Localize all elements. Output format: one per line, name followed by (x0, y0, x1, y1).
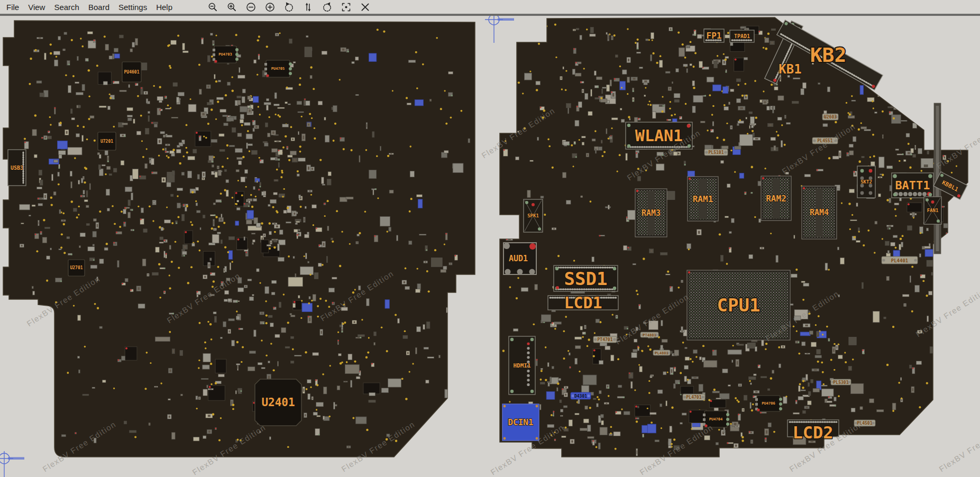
pl5101-strip[interactable]: PL5101 (704, 149, 728, 155)
designator-label: PL5301 (834, 380, 849, 385)
designator-label: LCD2 (792, 423, 833, 443)
designator-label: D4301 (574, 394, 587, 399)
designator-label: DCIN1 (508, 417, 533, 427)
menu-item-help[interactable]: Help (156, 3, 172, 12)
plus-circle-icon[interactable] (264, 2, 276, 13)
pt4701-strip[interactable]: PT4701 (593, 336, 617, 343)
menu-item-search[interactable]: Search (54, 3, 79, 12)
designator-label: PL4801 (655, 351, 668, 355)
designator-label: U2401 (261, 396, 295, 409)
designator-label: RAM1 (693, 194, 713, 204)
zoom-in-icon[interactable] (226, 2, 237, 13)
designator-label: LCD1 (564, 293, 602, 312)
designator-label: PU4705 (271, 67, 285, 71)
designator-label: FP1 (707, 31, 722, 41)
designator-label: PL5101 (709, 150, 724, 155)
designator-label: U7201 (100, 139, 113, 144)
flip-vertical-icon[interactable] (303, 2, 314, 13)
designator-label: PT4801 (643, 333, 656, 337)
designator-label: U2603 (824, 115, 837, 120)
designator-label: BATT1 (895, 179, 930, 192)
pt4801-strip[interactable]: PT4801 (640, 332, 658, 337)
board-view-canvas[interactable]: KBBL1PL4401PL5101PL4551U2603PT4701PT4801… (0, 16, 980, 477)
u2603-strip[interactable]: U2603 (822, 114, 838, 120)
pl4801-strip[interactable]: PL4801 (653, 350, 670, 355)
designator-label: FAN1 (927, 208, 939, 213)
designator-label: KB1 (778, 62, 801, 77)
designator-label: U2701 (70, 265, 83, 270)
designator-label: PU4704 (709, 417, 722, 421)
menu-item-board[interactable]: Board (88, 3, 109, 12)
designator-label: RAM3 (642, 208, 661, 218)
d4301-strip[interactable]: D4301 (571, 392, 591, 399)
designator-label: AUD1 (509, 254, 528, 263)
pl5301-strip[interactable]: PL5301 (831, 379, 851, 385)
designator-label: USB3 (11, 165, 23, 171)
menu-item-settings[interactable]: Settings (118, 3, 147, 12)
designator-label: SPK1 (527, 213, 539, 218)
designator-label: HDMI1 (513, 362, 530, 369)
close-icon[interactable] (360, 2, 371, 13)
designator-label: PL4401 (891, 258, 909, 263)
designator-label: RAM2 (766, 194, 786, 204)
designator-label: PU4601 (124, 70, 140, 75)
designator-label: SKT2 (860, 179, 872, 185)
designator-label: SSD1 (564, 268, 608, 289)
pl4701-strip[interactable]: PL4701 (683, 394, 705, 400)
designator-label: PU4706 (762, 401, 775, 406)
rotate-cw-icon[interactable] (322, 2, 333, 13)
designator-label: TPAD1 (734, 33, 750, 39)
center-focus-icon[interactable] (341, 2, 352, 13)
pl4401-strip[interactable]: PL4401 (882, 256, 918, 264)
designator-label: PT4701 (598, 337, 613, 342)
toolbar (207, 2, 371, 13)
rotate-ccw-icon[interactable] (283, 2, 295, 13)
designator-label: RAM4 (810, 208, 829, 217)
menu-items: FileViewSearchBoardSettingsHelp (0, 3, 172, 12)
minus-circle-icon[interactable] (245, 2, 257, 13)
designator-label: CPU1 (717, 295, 761, 316)
menu-bar: FileViewSearchBoardSettingsHelp (0, 0, 980, 16)
designator-label: PL4701 (686, 395, 702, 400)
zoom-out-icon[interactable] (207, 2, 218, 13)
designator-label: PU4703 (218, 52, 232, 57)
menu-item-view[interactable]: View (28, 3, 45, 12)
menu-item-file[interactable]: File (6, 3, 19, 12)
designator-label: KB2 (810, 43, 847, 67)
